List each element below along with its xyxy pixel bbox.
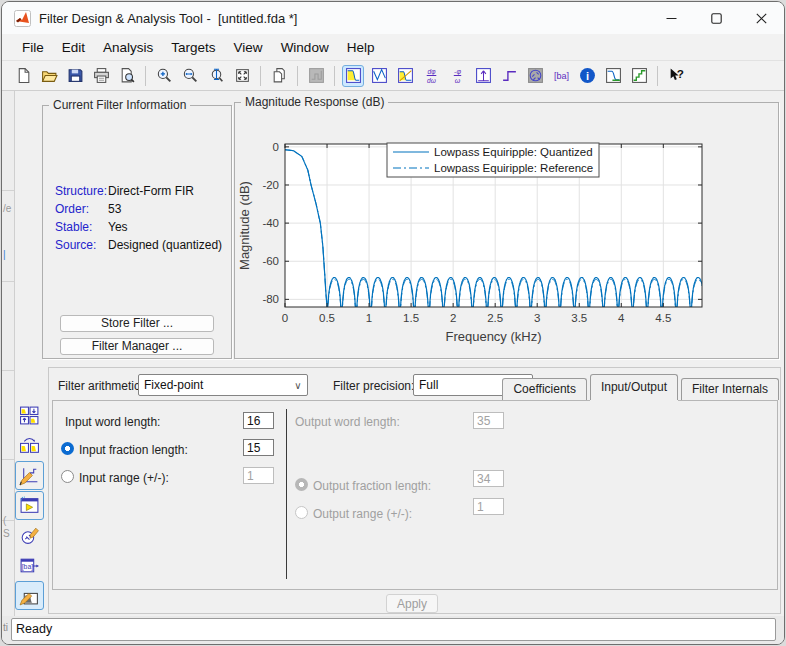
x-tick-label: 1 bbox=[366, 312, 372, 324]
menu-item-edit[interactable]: Edit bbox=[53, 37, 94, 58]
menu-item-analysis[interactable]: Analysis bbox=[94, 37, 162, 58]
fdatool-window: Filter Design & Analysis Tool - [untitle… bbox=[1, 1, 785, 645]
x-tick-label: 2.5 bbox=[487, 312, 503, 324]
output-word-length-field bbox=[473, 412, 504, 429]
magnitude-spec-mask-icon[interactable] bbox=[602, 65, 624, 87]
clipped-background-panel: /e|(S bbox=[2, 91, 15, 618]
filter-coefficients-icon[interactable]: [ba] bbox=[550, 65, 572, 87]
multirate-filter-button[interactable] bbox=[15, 401, 44, 430]
status-box: Ready bbox=[11, 618, 776, 641]
step-response-icon[interactable] bbox=[498, 65, 520, 87]
tab-coefficients[interactable]: Coefficients bbox=[502, 378, 586, 400]
full-view-icon[interactable] bbox=[231, 65, 253, 87]
menu-item-view[interactable]: View bbox=[225, 37, 272, 58]
zoom-in-icon[interactable] bbox=[153, 65, 175, 87]
y-tick-label: -20 bbox=[262, 179, 279, 191]
legend-entry-label: Lowpass Equiripple: Reference bbox=[434, 162, 593, 174]
legend-entry-label: Lowpass Equiripple: Quantized bbox=[434, 146, 593, 158]
filter-arithmetic-value: Fixed-point bbox=[139, 378, 289, 392]
transform-filter-button[interactable] bbox=[15, 431, 44, 460]
quantization-noise-icon[interactable] bbox=[628, 65, 650, 87]
filter-manager-button[interactable]: Filter Manager ... bbox=[60, 338, 214, 355]
output-range-field bbox=[473, 498, 504, 515]
svg-text:i: i bbox=[585, 70, 588, 82]
print-icon[interactable] bbox=[90, 65, 112, 87]
menu-bar: FileEditAnalysisTargetsViewWindowHelp bbox=[2, 34, 784, 61]
quantization-tabs: CoefficientsInput/OutputFilter Internals bbox=[495, 373, 779, 400]
new-file-icon[interactable] bbox=[12, 65, 34, 87]
filter-source-row: Source: Designed (quantized) bbox=[55, 236, 225, 254]
stable-label: Stable: bbox=[55, 218, 108, 236]
filter-info-rows: Structure: Direct-Form FIR Order: 53 Sta… bbox=[55, 182, 225, 254]
realize-model-button[interactable] bbox=[15, 491, 44, 520]
svg-text:ω: ω bbox=[454, 77, 460, 84]
structure-value: Direct-Form FIR bbox=[108, 182, 194, 200]
x-axis-label: Frequency (kHz) bbox=[445, 329, 541, 344]
import-filter-button[interactable]: [ba] bbox=[15, 551, 44, 580]
status-bar: ti Ready bbox=[2, 616, 784, 644]
menu-item-help[interactable]: Help bbox=[338, 37, 384, 58]
chevron-down-icon: ∨ bbox=[289, 380, 307, 391]
window-title: Filter Design & Analysis Tool - [untitle… bbox=[39, 11, 297, 26]
context-help-icon[interactable]: ? bbox=[665, 65, 687, 87]
status-text: Ready bbox=[16, 622, 52, 636]
input-word-length-field[interactable] bbox=[243, 412, 274, 429]
menu-item-file[interactable]: File bbox=[13, 37, 53, 58]
order-value: 53 bbox=[108, 200, 121, 218]
output-fraction-length-label: Output fraction length: bbox=[313, 479, 431, 493]
svg-text:[ba]: [ba] bbox=[22, 563, 33, 571]
print-preview-icon[interactable] bbox=[116, 65, 138, 87]
phase-delay-icon[interactable]: -φω bbox=[446, 65, 468, 87]
design-filter-button[interactable] bbox=[15, 581, 44, 610]
open-session-icon[interactable] bbox=[38, 65, 60, 87]
y-tick-label: -40 bbox=[262, 217, 279, 229]
toolbar-separator bbox=[260, 66, 261, 86]
menu-item-targets[interactable]: Targets bbox=[162, 37, 224, 58]
output-word-length-label: Output word length: bbox=[295, 415, 400, 429]
pole-zero-editor-button[interactable] bbox=[15, 521, 44, 550]
clipped-text-fragment: ( bbox=[3, 515, 6, 526]
output-range-radio bbox=[295, 506, 308, 519]
close-button[interactable] bbox=[739, 2, 784, 34]
structure-label: Structure: bbox=[55, 182, 108, 200]
magnitude-phase-response-icon[interactable] bbox=[394, 65, 416, 87]
save-session-icon[interactable] bbox=[64, 65, 86, 87]
tab-filter-internals[interactable]: Filter Internals bbox=[681, 378, 779, 400]
stable-value: Yes bbox=[108, 218, 128, 236]
input-fraction-length-field[interactable] bbox=[243, 439, 274, 456]
source-value: Designed (quantized) bbox=[108, 236, 222, 254]
tab-input-output[interactable]: Input/Output bbox=[590, 374, 678, 400]
magnitude-response-panel: Magnitude Response (dB) 00.511.522.533.5… bbox=[234, 102, 779, 359]
clipped-text-fragment: S bbox=[3, 528, 10, 539]
toolbar-separator bbox=[334, 66, 335, 86]
filter-information-icon[interactable]: i bbox=[576, 65, 598, 87]
input-range-field bbox=[243, 467, 274, 484]
svg-text:[ba]: [ba] bbox=[553, 71, 568, 81]
input-range-radio[interactable] bbox=[61, 470, 74, 483]
store-filter-button[interactable]: Store Filter ... bbox=[60, 315, 214, 332]
filter-arithmetic-select[interactable]: Fixed-point ∨ bbox=[138, 374, 308, 396]
input-fraction-length-radio[interactable] bbox=[61, 442, 74, 455]
new-session-icon[interactable] bbox=[268, 65, 290, 87]
zoom-y-icon[interactable] bbox=[205, 65, 227, 87]
y-axis-label: Magnitude (dB) bbox=[237, 181, 252, 270]
source-label: Source: bbox=[55, 236, 108, 254]
maximize-button[interactable] bbox=[694, 2, 739, 34]
group-delay-icon[interactable]: dφdω bbox=[420, 65, 442, 87]
input-fraction-length-label: Input fraction length: bbox=[79, 443, 188, 457]
minimize-button[interactable] bbox=[649, 2, 694, 34]
set-quantization-parameters-button[interactable] bbox=[15, 461, 44, 490]
x-tick-label: 4 bbox=[618, 312, 625, 324]
zoom-x-icon[interactable] bbox=[179, 65, 201, 87]
current-filter-info-panel: Current Filter Information Structure: Di… bbox=[42, 105, 232, 359]
impulse-response-icon[interactable] bbox=[472, 65, 494, 87]
sidebar-panel-buttons: [ba] bbox=[15, 401, 46, 611]
magnitude-response-icon[interactable] bbox=[342, 65, 364, 87]
quantization-panel: Filter arithmetic: Fixed-point ∨ Filter … bbox=[48, 367, 781, 614]
phase-response-icon[interactable] bbox=[368, 65, 390, 87]
pole-zero-plot-icon[interactable] bbox=[524, 65, 546, 87]
x-tick-label: 0.5 bbox=[319, 312, 335, 324]
clipped-text-fragment: /e bbox=[3, 203, 11, 214]
menu-item-window[interactable]: Window bbox=[272, 37, 338, 58]
matlab-app-icon bbox=[14, 10, 31, 27]
